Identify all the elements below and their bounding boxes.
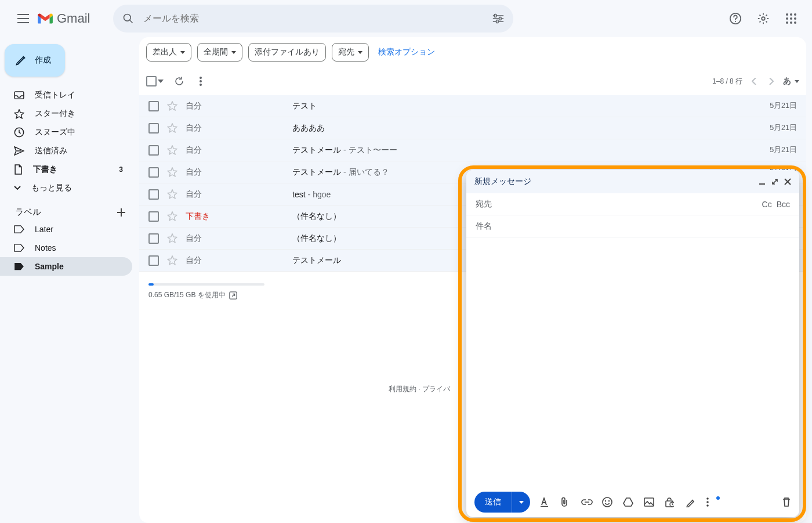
star-icon[interactable]: [167, 255, 177, 265]
label-item[interactable]: Notes: [0, 239, 132, 257]
mail-row[interactable]: 自分テスト5月21日: [139, 95, 806, 117]
label-name: Sample: [35, 262, 64, 271]
chip-label: 宛先: [338, 47, 354, 57]
compose-button[interactable]: 作成: [5, 44, 65, 77]
row-sender: 自分: [186, 101, 284, 111]
chip-label: 差出人: [153, 47, 177, 57]
row-sender: 自分: [186, 123, 284, 134]
notification-dot: [716, 496, 720, 500]
nav-item-more[interactable]: もっと見る: [0, 179, 132, 197]
row-checkbox[interactable]: [148, 101, 159, 111]
minimize-button[interactable]: [759, 178, 766, 185]
search-bar[interactable]: [113, 5, 513, 33]
more-compose-button[interactable]: [706, 497, 718, 507]
label-item[interactable]: Sample: [0, 257, 132, 276]
inbox-icon: [14, 91, 24, 99]
star-icon[interactable]: [167, 189, 177, 199]
select-all-dropdown[interactable]: [158, 80, 164, 83]
refresh-button[interactable]: [169, 71, 189, 91]
prev-page-button[interactable]: [748, 74, 760, 88]
svg-point-13: [786, 21, 788, 24]
confidential-icon[interactable]: [665, 497, 676, 507]
row-checkbox[interactable]: [148, 123, 159, 134]
select-all-checkbox[interactable]: [146, 76, 157, 86]
star-icon[interactable]: [167, 123, 177, 133]
pagination-info: 1–8 / 8 行: [712, 77, 742, 86]
filter-chip[interactable]: 添付ファイルあり: [248, 43, 326, 62]
nav-item-send[interactable]: 送信済み: [0, 142, 132, 160]
fullscreen-button[interactable]: [771, 178, 778, 185]
gmail-logo-icon: [37, 12, 53, 25]
nav-item-draft[interactable]: 下書き3: [0, 160, 132, 179]
row-checkbox[interactable]: [148, 145, 159, 156]
formatting-icon[interactable]: [539, 497, 551, 507]
send-options-button[interactable]: [512, 492, 530, 513]
svg-point-23: [605, 500, 606, 502]
to-field[interactable]: 宛先 Cc Bcc: [466, 193, 799, 215]
search-options-icon[interactable]: [488, 8, 509, 29]
label-item[interactable]: Later: [0, 220, 132, 239]
apps-icon[interactable]: [780, 7, 803, 30]
more-actions-button[interactable]: [195, 72, 206, 91]
nav-item-inbox[interactable]: 受信トレイ: [0, 86, 132, 104]
search-icon[interactable]: [118, 8, 139, 29]
link-icon[interactable]: [581, 499, 593, 506]
nav-label: 送信済み: [35, 146, 67, 156]
logo-area[interactable]: Gmail: [37, 11, 90, 26]
row-sender: 自分: [186, 233, 284, 244]
attach-icon[interactable]: [560, 497, 572, 507]
settings-icon[interactable]: [752, 7, 775, 30]
mail-row[interactable]: 自分テストメール - テスト〜ーー5月21日: [139, 139, 806, 161]
discard-button[interactable]: [782, 497, 791, 507]
nav-item-clock[interactable]: スヌーズ中: [0, 123, 132, 142]
row-date: 5月21日: [770, 145, 797, 155]
signature-icon[interactable]: [686, 497, 697, 507]
search-input[interactable]: [139, 13, 488, 24]
storage-open-icon[interactable]: [229, 291, 237, 300]
cc-button[interactable]: Cc: [762, 200, 772, 209]
filter-chip[interactable]: 差出人: [146, 43, 191, 62]
close-button[interactable]: [784, 178, 791, 185]
svg-point-8: [790, 13, 792, 16]
footer-links[interactable]: 利用規約 · プライバ: [389, 384, 450, 394]
row-checkbox[interactable]: [148, 211, 159, 222]
compose-body[interactable]: [466, 237, 799, 487]
row-sender: 自分: [186, 167, 284, 178]
chip-label: 添付ファイルあり: [255, 47, 320, 57]
star-icon[interactable]: [167, 233, 177, 243]
svg-point-14: [790, 21, 792, 24]
nav-item-star[interactable]: スター付き: [0, 104, 132, 123]
row-checkbox[interactable]: [148, 233, 159, 244]
subject-field[interactable]: 件名: [466, 215, 799, 237]
svg-point-0: [124, 15, 131, 21]
row-checkbox[interactable]: [148, 189, 159, 200]
nav-label: もっと見る: [31, 183, 72, 193]
svg-rect-16: [14, 92, 24, 99]
send-button[interactable]: 送信: [474, 492, 530, 513]
compose-label: 作成: [35, 55, 51, 66]
drive-icon[interactable]: [623, 497, 635, 507]
emoji-icon[interactable]: [602, 497, 614, 507]
row-checkbox[interactable]: [148, 167, 159, 178]
next-page-button[interactable]: [766, 74, 777, 88]
image-icon[interactable]: [644, 497, 655, 507]
label-icon: [14, 244, 24, 252]
input-language-button[interactable]: あ: [783, 76, 799, 86]
svg-rect-3: [496, 20, 498, 23]
labels-header-row: ラベル: [0, 197, 139, 220]
star-icon[interactable]: [167, 101, 177, 111]
main-menu-button[interactable]: [9, 5, 37, 33]
compose-header[interactable]: 新規メッセージ: [466, 170, 799, 193]
row-checkbox[interactable]: [148, 255, 159, 266]
help-icon[interactable]: [724, 7, 747, 30]
star-icon[interactable]: [167, 211, 177, 221]
star-icon[interactable]: [167, 145, 177, 155]
bcc-button[interactable]: Bcc: [777, 200, 790, 209]
filter-chip[interactable]: 全期間: [197, 43, 242, 62]
star-icon[interactable]: [167, 167, 177, 177]
filter-chip[interactable]: 宛先: [332, 43, 369, 62]
mail-row[interactable]: 自分ああああ5月21日: [139, 117, 806, 139]
row-sender: 自分: [186, 189, 284, 200]
add-label-button[interactable]: [116, 207, 126, 218]
search-options-link[interactable]: 検索オプション: [378, 47, 435, 57]
